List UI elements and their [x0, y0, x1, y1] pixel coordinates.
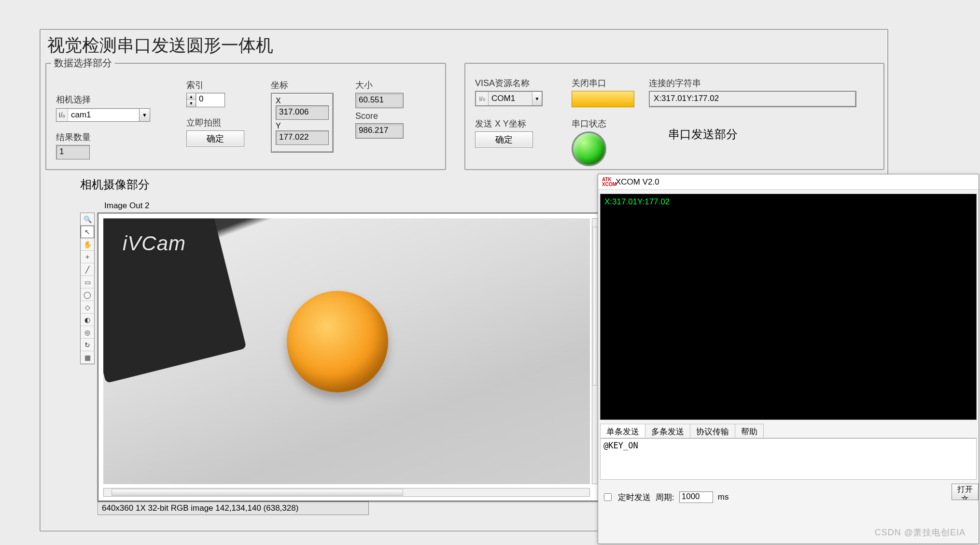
scroll-thumb[interactable] [112, 489, 403, 496]
xcom-tabs: 单条发送 多条发送 协议传输 帮助 [600, 424, 977, 438]
tab-protocol[interactable]: 协议传输 [690, 424, 735, 438]
visa-wrap: VISA资源名称 I/₀ COM1 ▼ [475, 77, 543, 106]
serial-status-wrap: 串口状态 [572, 118, 606, 166]
index-spinbox[interactable]: ▲ ▼ 0 [186, 93, 225, 107]
tab-multi-send[interactable]: 多条发送 [645, 424, 690, 438]
size-score-wrap: 大小 60.551 Score 986.217 [355, 79, 404, 142]
capture-button[interactable]: 确定 [186, 130, 244, 147]
pointer-tool-icon[interactable]: ↖ [81, 226, 94, 238]
close-serial-wrap: 关闭串口 [572, 77, 634, 107]
close-serial-button[interactable] [572, 91, 634, 107]
size-value: 60.551 [355, 93, 404, 108]
io-icon: I/₀ [476, 92, 489, 105]
period-label: 周期: [656, 492, 674, 503]
period-input[interactable]: 1000 [679, 491, 713, 503]
xcom-terminal-line: X:317.01Y:177.02 [604, 197, 972, 207]
index-input[interactable]: 0 [196, 93, 225, 107]
serial-status-led-icon [572, 131, 606, 166]
coord-y-label: Y [276, 122, 329, 130]
visa-label: VISA资源名称 [475, 77, 543, 89]
data-selection-label: 数据选择部分 [51, 57, 115, 70]
visa-value: COM1 [489, 92, 532, 105]
camera-select-label: 相机选择 [56, 94, 150, 105]
freehand-tool-icon[interactable]: ◐ [81, 314, 94, 326]
send-xy-label: 发送 X Y坐标 [475, 118, 533, 129]
xcom-window: ATKXCOM XCOM V2.0 X:317.01Y:177.02 单条发送 … [598, 174, 979, 544]
chevron-down-icon[interactable]: ▼ [139, 109, 150, 121]
index-wrap: 索引 ▲ ▼ 0 [186, 79, 225, 107]
detected-circle [287, 291, 388, 392]
visa-dropdown[interactable]: I/₀ COM1 ▼ [475, 91, 543, 106]
image-out-label: Image Out 2 [104, 201, 604, 211]
oval-tool-icon[interactable]: ◯ [81, 288, 94, 301]
image-status-bar: 640x360 1X 32-bit RGB image 142,134,140 … [98, 502, 369, 515]
xcom-send-textarea[interactable]: @KEY_ON [600, 438, 977, 480]
tab-help[interactable]: 帮助 [735, 424, 764, 438]
coord-cluster: X 317.006 Y 177.022 [271, 93, 334, 153]
app-title: 视觉检测串口发送圆形一体机 [41, 30, 887, 62]
ivcam-watermark: iVCam [123, 232, 186, 255]
score-label: Score [355, 111, 404, 121]
camera-select-wrap: 相机选择 I/₀ cam1 ▼ [56, 94, 150, 122]
send-xy-wrap: 发送 X Y坐标 确定 [475, 118, 533, 148]
period-unit: ms [718, 492, 729, 502]
image-viewer: 🔍 ↖ ✋ ＋ ╱ ▭ ◯ ◇ ◐ ◎ ↻ ▦ iVCam [80, 213, 604, 502]
timed-send-checkbox[interactable] [604, 493, 612, 501]
send-xy-button[interactable]: 确定 [475, 131, 533, 148]
open-file-button[interactable]: 打开文 [952, 484, 979, 500]
coord-x-value: 317.006 [276, 105, 329, 120]
camera-section: 相机摄像部分 Image Out 2 🔍 ↖ ✋ ＋ ╱ ▭ ◯ ◇ ◐ ◎ ↻… [80, 177, 604, 515]
annulus-tool-icon[interactable]: ◎ [81, 326, 94, 339]
timed-send-label: 定时发送 [618, 492, 651, 503]
camera-section-title: 相机摄像部分 [80, 177, 604, 192]
serial-send-section-label: 串口发送部分 [668, 127, 738, 142]
camera-select-dropdown[interactable]: I/₀ cam1 ▼ [56, 108, 150, 122]
capture-label: 立即拍照 [186, 117, 244, 129]
index-label: 索引 [186, 79, 225, 91]
data-selection-group: 数据选择部分 相机选择 I/₀ cam1 ▼ 结果数量 1 索引 ▲ ▼ 0 [45, 63, 446, 170]
horizontal-scrollbar[interactable] [103, 488, 590, 497]
pan-tool-icon[interactable]: ↻ [81, 339, 94, 351]
csdn-watermark: CSDN @萧技电创EIA [875, 527, 966, 538]
coord-x-label: X [276, 97, 329, 105]
connected-string-wrap: 连接的字符串 X:317.01Y:177.02 [649, 77, 856, 107]
xcom-terminal[interactable]: X:317.01Y:177.02 [600, 194, 977, 420]
size-label: 大小 [355, 79, 404, 91]
spin-up-icon[interactable]: ▲ [187, 93, 196, 100]
score-value: 986.217 [355, 123, 404, 139]
coord-label: 坐标 [271, 79, 334, 91]
serial-group: VISA资源名称 I/₀ COM1 ▼ 发送 X Y坐标 确定 关闭串口 串口状… [464, 63, 884, 170]
polygon-tool-icon[interactable]: ◇ [81, 301, 94, 314]
rect-tool-icon[interactable]: ▭ [81, 276, 94, 288]
xcom-title-text: XCOM V2.0 [616, 177, 659, 187]
image-canvas[interactable]: iVCam [103, 218, 590, 484]
zoom-tool-icon[interactable]: 🔍 [81, 213, 94, 226]
xcom-titlebar[interactable]: ATKXCOM XCOM V2.0 [598, 174, 979, 190]
io-icon: I/₀ [56, 109, 68, 121]
coord-wrap: 坐标 X 317.006 Y 177.022 [271, 79, 334, 153]
image-frame: iVCam [98, 213, 604, 502]
image-toolbar: 🔍 ↖ ✋ ＋ ╱ ▭ ◯ ◇ ◐ ◎ ↻ ▦ [80, 213, 95, 364]
xcom-bottom-bar: 定时发送 周期: 1000 ms [600, 486, 977, 509]
hand-tool-icon[interactable]: ✋ [81, 238, 94, 251]
capture-wrap: 立即拍照 确定 [186, 117, 244, 147]
tab-single-send[interactable]: 单条发送 [600, 424, 645, 438]
xcom-app-icon: ATKXCOM [602, 177, 612, 187]
close-serial-label: 关闭串口 [572, 77, 634, 89]
spin-down-icon[interactable]: ▼ [187, 100, 196, 107]
crosshair-tool-icon[interactable]: ＋ [81, 251, 94, 263]
camera-select-value: cam1 [68, 110, 139, 120]
result-count-value: 1 [56, 145, 90, 159]
chevron-down-icon[interactable]: ▼ [532, 92, 542, 105]
coord-y-value: 177.022 [276, 130, 329, 145]
line-tool-icon[interactable]: ╱ [81, 263, 94, 276]
connected-string-label: 连接的字符串 [649, 77, 856, 89]
annotation-tool-icon[interactable]: ▦ [81, 351, 94, 364]
connected-string-value: X:317.01Y:177.02 [649, 91, 856, 107]
result-count-wrap: 结果数量 1 [56, 131, 91, 159]
serial-status-label: 串口状态 [572, 118, 606, 129]
result-count-label: 结果数量 [56, 131, 91, 143]
